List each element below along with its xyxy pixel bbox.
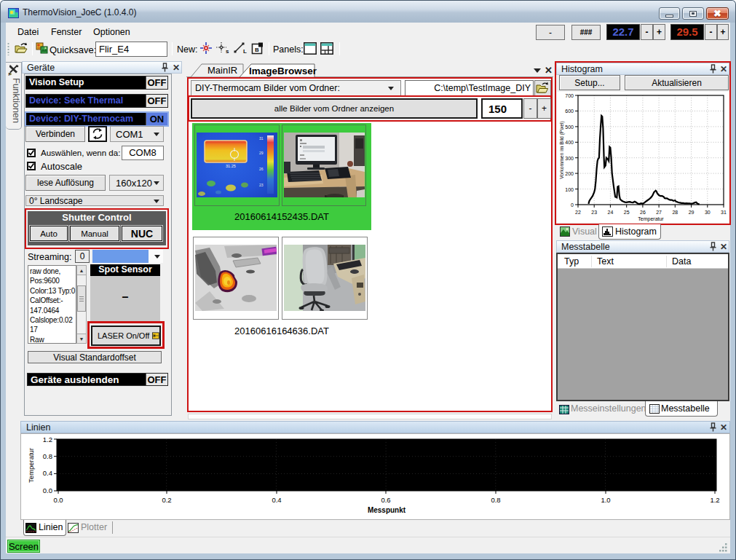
svg-text:29: 29 [689,210,695,215]
svg-text:600: 600 [565,109,574,114]
svg-text:1.2: 1.2 [710,496,719,504]
svg-text:31.25: 31.25 [226,164,236,168]
svg-text:0.0: 0.0 [43,486,52,494]
svg-text:0.8: 0.8 [491,496,500,504]
svg-text:300: 300 [565,156,574,161]
svg-text:0.2: 0.2 [162,496,171,504]
svg-text:31: 31 [721,210,727,215]
svg-text:26: 26 [640,210,646,215]
svg-text:400: 400 [565,140,574,145]
svg-text:Messpunkt: Messpunkt [368,506,406,514]
svg-text:28: 28 [672,210,678,215]
svg-text:1.0: 1.0 [601,496,610,504]
svg-text:100: 100 [565,187,574,192]
svg-text:24: 24 [608,210,614,215]
svg-text:0.8: 0.8 [43,452,52,460]
svg-text:27: 27 [656,210,662,215]
svg-text:25: 25 [624,210,630,215]
svg-text:26: 26 [259,167,264,171]
svg-text:0.0: 0.0 [53,496,63,504]
svg-text:✕: ✕ [545,65,553,76]
svg-text:1.2: 1.2 [43,435,52,443]
svg-text:0: 0 [571,202,574,208]
svg-text:s: s [226,48,229,54]
svg-text:22: 22 [575,210,581,215]
svg-text:0.6: 0.6 [381,496,390,504]
svg-text:ImageBrowser: ImageBrowser [249,66,317,76]
svg-text:29: 29 [259,151,264,155]
svg-text:23: 23 [591,210,597,215]
svg-text:500: 500 [565,125,574,130]
svg-text:Vorkommen im Bild (Pixel): Vorkommen im Bild (Pixel) [559,121,565,179]
svg-text:0.4: 0.4 [43,469,52,477]
svg-text:200: 200 [565,171,574,176]
svg-text:MainIR: MainIR [207,65,237,76]
svg-text:Temperatur: Temperatur [27,448,35,483]
svg-text:31: 31 [259,136,264,141]
svg-text:30: 30 [705,210,711,215]
svg-text:Temperatur: Temperatur [638,216,664,222]
svg-text:L: L [243,48,247,54]
svg-text:0.4: 0.4 [272,496,281,504]
svg-text:700: 700 [565,93,574,98]
svg-text:B: B [255,47,259,53]
svg-text:23: 23 [259,183,264,187]
